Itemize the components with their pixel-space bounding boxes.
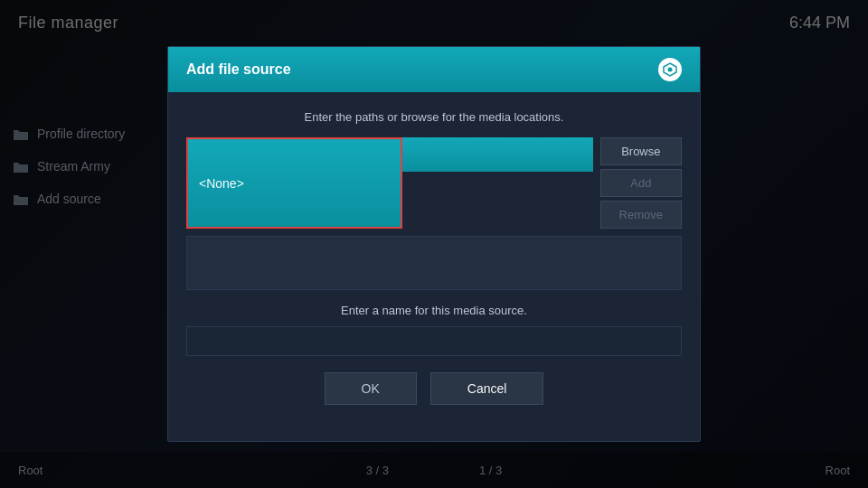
dialog-footer: OK Cancel: [186, 372, 682, 423]
path-value: <None>: [199, 176, 244, 191]
add-button[interactable]: Add: [600, 169, 682, 197]
path-list-area: [186, 236, 682, 290]
browse-button[interactable]: Browse: [600, 137, 682, 165]
path-row: <None> Browse Add Remove: [186, 137, 682, 229]
dialog-instruction: Enter the paths or browse for the media …: [186, 110, 682, 124]
svg-point-1: [668, 68, 673, 72]
name-label: Enter a name for this media source.: [186, 304, 682, 317]
side-buttons: Browse Add Remove: [600, 137, 682, 229]
source-name-input[interactable]: [186, 326, 682, 356]
add-file-source-dialog: Add file source Enter the paths or brows…: [167, 46, 701, 442]
path-input-wrapper[interactable]: <None>: [186, 137, 402, 229]
kodi-logo: [658, 58, 682, 81]
path-fill: [402, 137, 593, 172]
remove-button[interactable]: Remove: [600, 201, 682, 229]
kodi-icon: [663, 62, 677, 77]
ok-button[interactable]: OK: [325, 372, 417, 405]
dialog-title: Add file source: [186, 61, 291, 78]
dialog-header: Add file source: [168, 47, 700, 92]
dialog-body: Enter the paths or browse for the media …: [168, 92, 700, 441]
cancel-button[interactable]: Cancel: [430, 372, 544, 405]
